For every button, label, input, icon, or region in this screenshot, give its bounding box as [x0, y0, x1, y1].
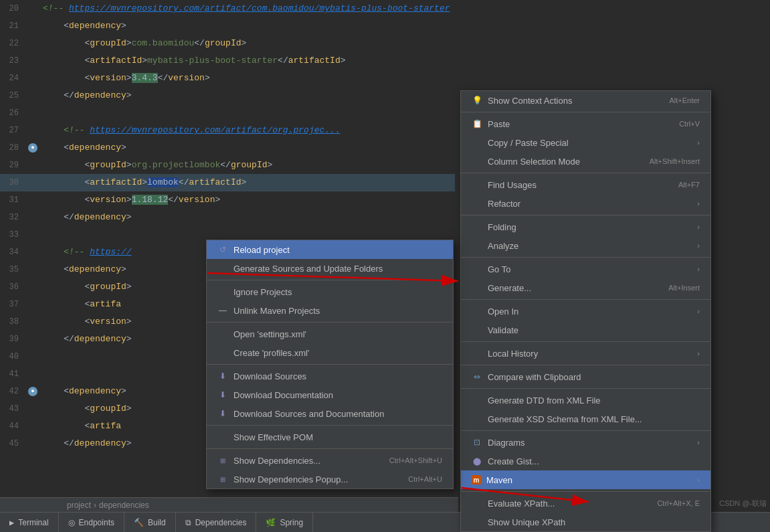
arrow-maven: ›	[697, 476, 700, 484]
menu-item-local-history[interactable]: Local History ›	[461, 344, 710, 363]
menu-label-goto: Go To	[488, 264, 692, 274]
menu-item-maven[interactable]: m Maven ›	[461, 470, 710, 489]
menu-item-create-profiles[interactable]: Create 'profiles.xml'	[207, 343, 453, 362]
menu-item-generate-dtd[interactable]: Generate DTD from XML File	[461, 391, 710, 410]
watermark: CSDN @-联瑞	[719, 499, 767, 509]
menu-item-paste[interactable]: 📋 Paste Ctrl+V	[461, 114, 710, 133]
editor-line-21: 21 <dependency>	[0, 17, 455, 35]
right-sep-7	[461, 365, 710, 365]
right-sep-3	[461, 215, 710, 215]
menu-item-ignore-projects[interactable]: Ignore Projects	[207, 282, 453, 301]
menu-item-show-unique-xpath[interactable]: Show Unique XPath	[461, 513, 710, 531]
menu-shortcut-show-deps-popup: Ctrl+Alt+U	[408, 475, 442, 483]
menu-label-folding: Folding	[488, 222, 692, 232]
menu-label-validate: Validate	[488, 325, 700, 335]
tab-terminal-label: Terminal	[18, 518, 48, 527]
menu-shortcut-show-deps: Ctrl+Alt+Shift+U	[389, 456, 442, 464]
menu-label-compare-clipboard: Compare with Clipboard	[488, 372, 700, 382]
menu-item-generate[interactable]: Generate... Alt+Insert	[461, 278, 710, 297]
menu-label-local-history: Local History	[488, 349, 692, 359]
download-sources-icon: ⬇	[217, 371, 228, 381]
menu-label-show-dependencies-popup: Show Dependencies Popup...	[233, 474, 403, 484]
tab-endpoints[interactable]: ◎ Endpoints	[59, 513, 124, 533]
menu-label-create-profiles: Create 'profiles.xml'	[233, 348, 442, 358]
arrow-local-history: ›	[697, 349, 700, 357]
menu-item-create-gist[interactable]: ⬤ Create Gist...	[461, 452, 710, 470]
menu-item-reload-project[interactable]: ↺ Reload project	[207, 240, 453, 259]
editor-line-23: 23 <artifactId>mybatis-plus-boot-starter…	[0, 52, 455, 70]
shortcut-generate: Alt+Insert	[668, 284, 700, 292]
line-number: 20	[0, 0, 25, 17]
menu-item-download-sources[interactable]: ⬇ Download Sources	[207, 367, 453, 385]
menu-item-show-effective-pom[interactable]: Show Effective POM	[207, 428, 453, 446]
arrow-goto: ›	[697, 265, 700, 273]
shortcut-evaluate-xpath: Ctrl+Alt+X, E	[657, 499, 700, 507]
right-sep-4	[461, 257, 710, 258]
tab-terminal[interactable]: ▶ Terminal	[0, 513, 59, 533]
menu-item-unlink-maven[interactable]: — Unlink Maven Projects	[207, 301, 453, 320]
menu-item-show-dependencies[interactable]: ⊞ Show Dependencies... Ctrl+Alt+Shift+U	[207, 451, 453, 470]
menu-item-analyze[interactable]: Analyze ›	[461, 236, 710, 255]
download-sources-docs-icon: ⬇	[217, 408, 228, 419]
menu-label-column-selection: Column Selection Mode	[488, 157, 644, 167]
menu-label-ignore-projects: Ignore Projects	[233, 287, 442, 297]
effective-pom-icon	[217, 432, 228, 442]
menu-label-diagrams: Diagrams	[488, 438, 692, 448]
tab-spring[interactable]: 🌿 Spring	[256, 513, 313, 533]
tab-build-label: Build	[148, 518, 166, 527]
arrow-open-in: ›	[697, 307, 700, 315]
menu-item-compare-clipboard[interactable]: ⇔ Compare with Clipboard	[461, 367, 710, 386]
menu-item-goto[interactable]: Go To ›	[461, 260, 710, 278]
menu-item-folding[interactable]: Folding ›	[461, 217, 710, 236]
menu-item-show-dependencies-popup[interactable]: ⊞ Show Dependencies Popup... Ctrl+Alt+U	[207, 470, 453, 489]
menu-item-show-context-actions[interactable]: 💡 Show Context Actions Alt+Enter	[461, 91, 710, 110]
menu-item-evaluate-xpath[interactable]: Evaluate XPath... Ctrl+Alt+X, E	[461, 494, 710, 513]
build-icon: 🔨	[134, 518, 144, 527]
tab-dependencies[interactable]: ⧉ Dependencies	[176, 513, 257, 533]
menu-label-copy-paste-special: Copy / Paste Special	[488, 138, 692, 148]
shortcut-find-usages: Alt+F7	[678, 181, 700, 189]
tab-build[interactable]: 🔨 Build	[124, 513, 176, 533]
menu-item-generate-xsd[interactable]: Generate XSD Schema from XML File...	[461, 410, 710, 428]
menu-separator-5	[207, 448, 453, 449]
menu-item-open-in[interactable]: Open In ›	[461, 302, 710, 321]
endpoints-icon: ◎	[68, 518, 75, 527]
editor-line-32: 32 </dependency>	[0, 209, 455, 226]
show-deps-icon: ⊞	[217, 455, 228, 466]
evaluate-xpath-icon	[472, 498, 482, 509]
menu-label-evaluate-xpath: Evaluate XPath...	[488, 499, 652, 509]
right-sep-2	[461, 173, 710, 173]
menu-label-unlink-maven: Unlink Maven Projects	[233, 306, 442, 316]
show-deps-popup-icon: ⊞	[217, 474, 228, 484]
validate-icon	[472, 325, 482, 335]
menu-item-column-selection[interactable]: Column Selection Mode Alt+Shift+Insert	[461, 152, 710, 171]
menu-label-generate-xsd: Generate XSD Schema from XML File...	[488, 414, 700, 424]
menu-label-show-unique-xpath: Show Unique XPath	[488, 517, 700, 527]
right-sep-1	[461, 112, 710, 112]
menu-item-copy-paste-special[interactable]: Copy / Paste Special ›	[461, 133, 710, 152]
menu-label-download-docs: Download Documentation	[233, 390, 442, 400]
menu-label-download-sources-docs: Download Sources and Documentation	[233, 409, 442, 419]
menu-label-paste: Paste	[488, 119, 674, 129]
menu-item-refactor[interactable]: Refactor ›	[461, 194, 710, 213]
find-usages-icon	[472, 179, 482, 190]
generate-xsd-icon	[472, 414, 482, 424]
menu-label-show-dependencies: Show Dependencies...	[233, 456, 384, 466]
menu-item-validate[interactable]: Validate	[461, 321, 710, 339]
compare-clipboard-icon: ⇔	[472, 371, 482, 382]
menu-item-open-settings[interactable]: Open 'settings.xml'	[207, 325, 453, 343]
menu-item-download-sources-docs[interactable]: ⬇ Download Sources and Documentation	[207, 404, 453, 423]
menu-item-generate-sources[interactable]: Generate Sources and Update Folders	[207, 259, 453, 278]
right-sep-8	[461, 388, 710, 389]
menu-item-find-usages[interactable]: Find Usages Alt+F7	[461, 175, 710, 194]
github-icon: ⬤	[472, 456, 482, 466]
menu-item-download-docs[interactable]: ⬇ Download Documentation	[207, 385, 453, 404]
arrow-folding: ›	[697, 223, 700, 231]
shortcut-show-context-actions: Alt+Enter	[669, 96, 700, 104]
dependencies-icon: ⧉	[185, 518, 191, 527]
generate-sources-icon	[217, 263, 228, 274]
maven-icon: m	[472, 475, 481, 484]
right-sep-6	[461, 341, 710, 342]
menu-label-analyze: Analyze	[488, 241, 692, 251]
menu-item-diagrams[interactable]: ⊡ Diagrams ›	[461, 433, 710, 452]
